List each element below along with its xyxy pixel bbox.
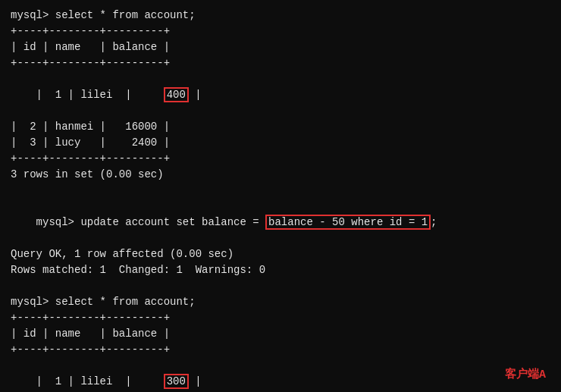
prompt-line-1: mysql> select * from account; bbox=[11, 8, 550, 24]
client-label: 客户端A bbox=[505, 367, 546, 381]
row1-line: | 1 | lilei | 400 | bbox=[11, 71, 550, 119]
terminal: mysql> select * from account; +----+----… bbox=[0, 0, 561, 392]
row3-line: | 3 | lucy | 2400 | bbox=[11, 135, 550, 151]
balance-300-highlight: 300 bbox=[164, 374, 189, 389]
prompt-line-2: mysql> select * from account; bbox=[11, 294, 550, 310]
row1b-line: | 1 | lilei | 300 | bbox=[11, 358, 550, 392]
row1-suffix: | bbox=[189, 89, 202, 101]
border-line-4: +----+--------+---------+ bbox=[11, 310, 550, 326]
row2-line: | 2 | hanmei | 16000 | bbox=[11, 119, 550, 135]
rows-matched-line: Rows matched: 1 Changed: 1 Warnings: 0 bbox=[11, 262, 550, 278]
blank-2 bbox=[11, 278, 550, 294]
border-line-1: +----+--------+---------+ bbox=[11, 24, 550, 39]
update-line: mysql> update account set balance = bala… bbox=[11, 199, 550, 246]
border-line-5: +----+--------+---------+ bbox=[11, 342, 550, 358]
update-highlight: balance - 50 where id = 1 bbox=[265, 215, 431, 230]
update-suffix: ; bbox=[431, 216, 437, 228]
rows-info-1: 3 rows in set (0.00 sec) bbox=[11, 167, 550, 183]
query-ok-line: Query OK, 1 row affected (0.00 sec) bbox=[11, 246, 550, 262]
row1-prefix: | 1 | lilei | bbox=[36, 89, 164, 101]
balance-400-highlight: 400 bbox=[164, 87, 189, 102]
row1b-suffix: | bbox=[189, 375, 202, 387]
update-prefix: mysql> update account set balance = bbox=[36, 216, 265, 228]
blank-1 bbox=[11, 183, 550, 199]
border-line-3: +----+--------+---------+ bbox=[11, 151, 550, 167]
row1b-prefix: | 1 | lilei | bbox=[36, 375, 164, 387]
header-line-2: | id | name | balance | bbox=[11, 326, 550, 342]
border-line-2: +----+--------+---------+ bbox=[11, 55, 550, 71]
header-line-1: | id | name | balance | bbox=[11, 39, 550, 55]
